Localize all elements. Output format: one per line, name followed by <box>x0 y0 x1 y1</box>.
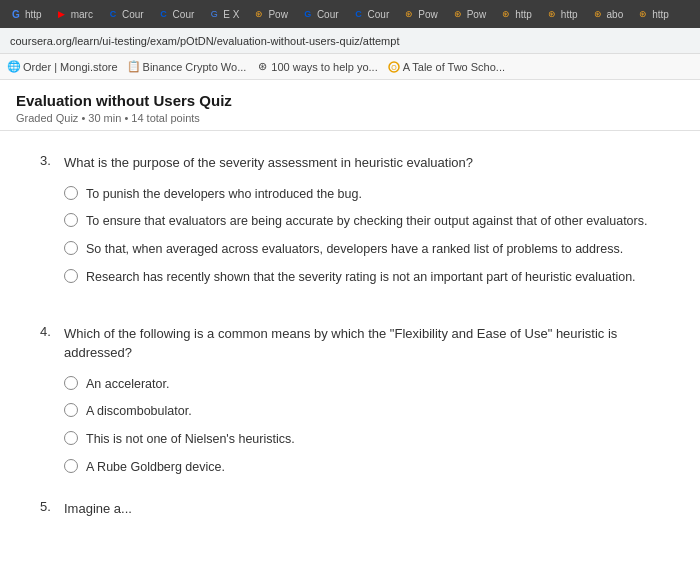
tab-coursera1-icon: C <box>107 8 119 20</box>
question-4-option-2-text: A discombobulator. <box>86 402 192 421</box>
question-4-radio-4[interactable] <box>64 459 78 473</box>
tab-pow1-label: Pow <box>268 9 287 20</box>
tab-pow2-label: Pow <box>418 9 437 20</box>
question-3-option-1-text: To punish the developers who introduced … <box>86 185 362 204</box>
page-subtitle: Graded Quiz • 30 min • 14 total points <box>16 112 684 124</box>
question-3-option-2[interactable]: To ensure that evaluators are being accu… <box>64 212 660 231</box>
question-3-radio-2[interactable] <box>64 213 78 227</box>
tab-marc-label: marc <box>71 9 93 20</box>
address-bar[interactable]: coursera.org/learn/ui-testing/exam/pOtDN… <box>0 28 700 54</box>
tab-pow3[interactable]: ⊛ Pow <box>446 6 492 22</box>
question-3-number: 3. <box>40 153 56 173</box>
tab-http3[interactable]: ⊛ http <box>631 6 675 22</box>
question-3-option-4-text: Research has recently shown that the sev… <box>86 268 636 287</box>
question-3-radio-1[interactable] <box>64 186 78 200</box>
question-3-header: 3. What is the purpose of the severity a… <box>40 153 660 173</box>
bookmark-binance-icon: 📋 <box>128 61 140 73</box>
bookmark-tale-icon: O <box>388 61 400 73</box>
question-3-radio-4[interactable] <box>64 269 78 283</box>
question-3-options: To punish the developers who introduced … <box>64 185 660 287</box>
question-4-option-3-text: This is not one of Nielsen's heuristics. <box>86 430 295 449</box>
question-3-text: What is the purpose of the severity asse… <box>64 153 473 173</box>
question-4-option-2[interactable]: A discombobulator. <box>64 402 660 421</box>
tab-google[interactable]: G http <box>4 6 48 22</box>
tab-cou3[interactable]: G Cour <box>296 6 345 22</box>
question-3-option-2-text: To ensure that evaluators are being accu… <box>86 212 647 231</box>
tab-google-icon: G <box>10 8 22 20</box>
tab-cou1-label: Cour <box>122 9 144 20</box>
tab-http2[interactable]: ⊛ http <box>540 6 584 22</box>
tab-coursera2-icon: C <box>158 8 170 20</box>
tab-ext-icon: G <box>208 8 220 20</box>
tab-http1[interactable]: ⊛ http <box>494 6 538 22</box>
tab-http1-label: http <box>515 9 532 20</box>
tab-ext-label: E X <box>223 9 239 20</box>
question-4-option-4[interactable]: A Rube Goldberg device. <box>64 458 660 477</box>
bookmark-100ways-icon: ⊛ <box>256 61 268 73</box>
tab-pow1-icon: ⊛ <box>253 8 265 20</box>
question-4-number: 4. <box>40 324 56 363</box>
tab-abo-icon: ⊛ <box>592 8 604 20</box>
bookmark-binance-label: Binance Crypto Wo... <box>143 61 247 73</box>
tab-pow3-label: Pow <box>467 9 486 20</box>
question-4-radio-1[interactable] <box>64 376 78 390</box>
tab-cou3-icon: G <box>302 8 314 20</box>
bookmark-binance[interactable]: 📋 Binance Crypto Wo... <box>128 61 247 73</box>
tab-pow2-icon: ⊛ <box>403 8 415 20</box>
page-title: Evaluation without Users Quiz <box>16 92 684 109</box>
tab-cou3-label: Cour <box>317 9 339 20</box>
tab-http2-icon: ⊛ <box>546 8 558 20</box>
question-divider-3-4 <box>0 305 700 306</box>
tab-http3-label: http <box>652 9 669 20</box>
question-5-header: 5. Imagine a... <box>40 499 660 519</box>
bookmark-order-icon: 🌐 <box>8 61 20 73</box>
question-3-block: 3. What is the purpose of the severity a… <box>0 141 700 299</box>
tab-cou4-icon: C <box>353 8 365 20</box>
tab-abo-label: abo <box>607 9 624 20</box>
question-3-option-4[interactable]: Research has recently shown that the sev… <box>64 268 660 287</box>
tab-abo[interactable]: ⊛ abo <box>586 6 630 22</box>
tab-cou4-label: Cour <box>368 9 390 20</box>
tab-pow1[interactable]: ⊛ Pow <box>247 6 293 22</box>
question-4-block: 4. Which of the following is a common me… <box>0 312 700 489</box>
question-4-radio-3[interactable] <box>64 431 78 445</box>
tab-http1-icon: ⊛ <box>500 8 512 20</box>
tab-ext[interactable]: G E X <box>202 6 245 22</box>
question-4-options: An accelerator. A discombobulator. This … <box>64 375 660 477</box>
bookmark-order-label: Order | Mongi.store <box>23 61 118 73</box>
tab-cou2[interactable]: C Cour <box>152 6 201 22</box>
bookmark-100ways[interactable]: ⊛ 100 ways to help yo... <box>256 61 377 73</box>
tab-pow3-icon: ⊛ <box>452 8 464 20</box>
question-4-text: Which of the following is a common means… <box>64 324 660 363</box>
tab-http2-label: http <box>561 9 578 20</box>
question-4-option-1-text: An accelerator. <box>86 375 169 394</box>
tab-cou2-label: Cour <box>173 9 195 20</box>
tab-youtube-icon: ▶ <box>56 8 68 20</box>
question-4-option-1[interactable]: An accelerator. <box>64 375 660 394</box>
bookmark-tale-label: A Tale of Two Scho... <box>403 61 505 73</box>
question-4-radio-2[interactable] <box>64 403 78 417</box>
question-3-option-3[interactable]: So that, when averaged across evaluators… <box>64 240 660 259</box>
question-3-option-1[interactable]: To punish the developers who introduced … <box>64 185 660 204</box>
tab-google-label: http <box>25 9 42 20</box>
question-5-number: 5. <box>40 499 56 519</box>
address-url: coursera.org/learn/ui-testing/exam/pOtDN… <box>10 35 399 47</box>
question-4-header: 4. Which of the following is a common me… <box>40 324 660 363</box>
bookmark-100ways-label: 100 ways to help yo... <box>271 61 377 73</box>
tab-marc[interactable]: ▶ marc <box>50 6 99 22</box>
page-header: Evaluation without Users Quiz Graded Qui… <box>0 80 700 131</box>
bookmark-tale[interactable]: O A Tale of Two Scho... <box>388 61 505 73</box>
tab-cou4[interactable]: C Cour <box>347 6 396 22</box>
tab-pow2[interactable]: ⊛ Pow <box>397 6 443 22</box>
quiz-content: 3. What is the purpose of the severity a… <box>0 131 700 575</box>
question-3-radio-3[interactable] <box>64 241 78 255</box>
tab-http3-icon: ⊛ <box>637 8 649 20</box>
bookmark-order[interactable]: 🌐 Order | Mongi.store <box>8 61 118 73</box>
question-4-option-4-text: A Rube Goldberg device. <box>86 458 225 477</box>
question-3-option-3-text: So that, when averaged across evaluators… <box>86 240 623 259</box>
bookmarks-bar: 🌐 Order | Mongi.store 📋 Binance Crypto W… <box>0 54 700 80</box>
question-4-option-3[interactable]: This is not one of Nielsen's heuristics. <box>64 430 660 449</box>
question-5-text: Imagine a... <box>64 499 132 519</box>
tab-cou1[interactable]: C Cour <box>101 6 150 22</box>
browser-tabs-bar: G http ▶ marc C Cour C Cour G E X ⊛ Pow … <box>0 0 700 28</box>
